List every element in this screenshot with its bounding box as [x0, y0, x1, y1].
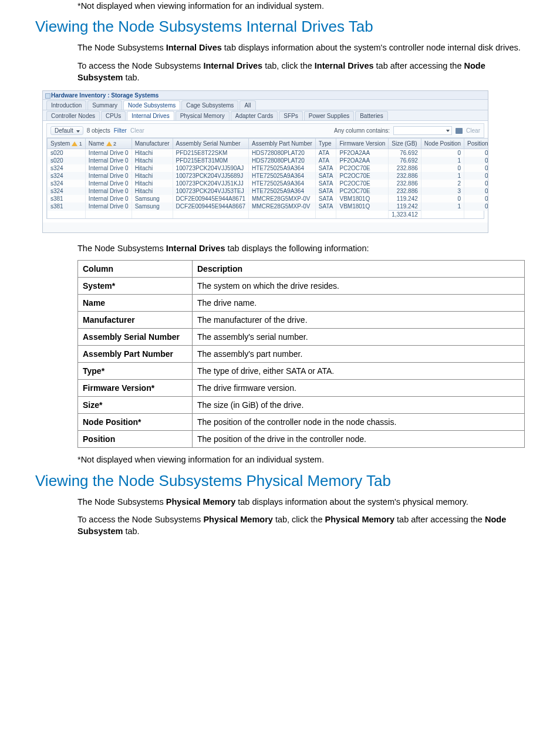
table-row[interactable]: s381Internal Drive 0SamsungDCF2E009445E9…: [48, 195, 489, 202]
cell: 0: [421, 149, 464, 157]
grid-col-manufacturer[interactable]: Manufacturer: [131, 139, 173, 149]
grid-col-assembly-serial-number[interactable]: Assembly Serial Number: [173, 139, 248, 149]
table-row[interactable]: s324Internal Drive 0Hitachi100723PCK204V…: [48, 180, 489, 187]
doc-col-name: System*: [78, 278, 193, 295]
tab-cage-subsystems[interactable]: Cage Subsystems: [181, 100, 238, 110]
cell: 100723PCK204VJJ590AJ: [173, 164, 248, 172]
cell: MMCRE28G5MXP-0V: [249, 195, 316, 202]
cell: s020: [48, 149, 86, 157]
text: tab displays information about the syste…: [235, 497, 468, 507]
cell: 100723PCK204VJJ53TEJ: [173, 187, 248, 195]
tab-adapter-cards[interactable]: Adapter Cards: [231, 111, 278, 120]
table-row[interactable]: s381Internal Drive 0SamsungDCF2E009445E9…: [48, 202, 489, 211]
cell: Hitachi: [131, 164, 173, 172]
tab-summary[interactable]: Summary: [87, 100, 122, 110]
clear-link-2[interactable]: Clear: [466, 127, 480, 134]
grid-col-firmware-version[interactable]: Firmware Version: [336, 139, 389, 149]
cell: Samsung: [131, 195, 173, 202]
memory-para-1: The Node Subsystems Physical Memory tab …: [77, 496, 525, 508]
text: To access the Node Subsystems: [77, 61, 203, 70]
heading-physical-memory: Viewing the Node Subsystems Physical Mem…: [35, 472, 525, 490]
cell: VBM1801Q: [336, 195, 389, 202]
heading-internal-drives: Viewing the Node Subsystems Internal Dri…: [35, 18, 525, 36]
text-bold: Internal Drives: [315, 61, 374, 70]
grid-col-name[interactable]: Name 2: [85, 139, 131, 149]
table-row[interactable]: s324Internal Drive 0Hitachi100723PCK204V…: [48, 164, 489, 172]
any-column-select[interactable]: [393, 126, 452, 135]
cell: Internal Drive 0: [85, 172, 131, 180]
text-bold: Internal Drives: [203, 61, 262, 70]
after-screenshot-para: The Node Subsystems Internal Drives tab …: [77, 242, 525, 254]
cell: Samsung: [131, 202, 173, 211]
grid-col-position[interactable]: Position: [464, 139, 488, 149]
default-button[interactable]: Default: [50, 126, 83, 135]
grid-col-system[interactable]: System 1: [48, 139, 86, 149]
tab-introduction[interactable]: Introduction: [46, 100, 86, 110]
cell: 232.886: [389, 180, 421, 187]
table-row: NameThe drive name.: [78, 295, 525, 312]
tab-physical-memory[interactable]: Physical Memory: [176, 111, 230, 120]
tab-row-top: IntroductionSummaryNode SubsystemsCage S…: [43, 100, 488, 110]
table-row[interactable]: s324Internal Drive 0Hitachi100723PCK204V…: [48, 187, 489, 195]
table-row[interactable]: s020Internal Drive 0HitachiPFD215E8T31M0…: [48, 157, 489, 164]
grid-col-node-position[interactable]: Node Position: [421, 139, 464, 149]
cell: 0: [421, 195, 464, 202]
cell: Hitachi: [131, 187, 173, 195]
table-row: Assembly Part NumberThe assembly's part …: [78, 346, 525, 363]
cell: SATA: [315, 172, 336, 180]
grid-header-row: System 1Name 2ManufacturerAssembly Seria…: [48, 139, 489, 149]
cell: 0: [464, 157, 488, 164]
cell: 0: [464, 202, 488, 211]
cell: 0: [464, 164, 488, 172]
doc-col-name: Name: [78, 295, 193, 312]
cell: 100723PCK204VJJ5689J: [173, 172, 248, 180]
cell: 2: [421, 180, 464, 187]
text-bold: Physical Memory: [203, 515, 272, 524]
doc-col-desc: The position of the controller node in t…: [193, 414, 525, 431]
clear-link[interactable]: Clear: [130, 127, 144, 134]
text-bold: Internal Dives: [166, 43, 222, 52]
cell: DCF2E009445E944A8667: [173, 202, 248, 211]
cell: 232.886: [389, 172, 421, 180]
tab-internal-drives[interactable]: Internal Drives: [127, 111, 174, 120]
cell: PC2OC70E: [336, 164, 389, 172]
tab-power-supplies[interactable]: Power Supplies: [304, 111, 354, 120]
grid-col-size-gb-[interactable]: Size (GB): [389, 139, 421, 149]
cell: SATA: [315, 180, 336, 187]
tab-node-subsystems[interactable]: Node Subsystems: [123, 100, 180, 110]
cell: 0: [421, 164, 464, 172]
cell: Hitachi: [131, 180, 173, 187]
tab-controller-nodes[interactable]: Controller Nodes: [46, 111, 100, 120]
table-row: Firmware Version*The drive firmware vers…: [78, 380, 525, 397]
filter-link[interactable]: Filter: [114, 127, 127, 134]
cell: VBM1801Q: [336, 202, 389, 211]
cell: PC2OC70E: [336, 180, 389, 187]
cell: Internal Drive 0: [85, 202, 131, 211]
doc-col-desc: The size (in GiB) of the drive.: [193, 397, 525, 414]
grid-col-assembly-part-number[interactable]: Assembly Part Number: [249, 139, 316, 149]
cell: Internal Drive 0: [85, 149, 131, 157]
tab-row-sub: Controller NodesCPUsInternal DrivesPhysi…: [43, 110, 488, 121]
cell: 1: [421, 172, 464, 180]
table-row: PositionThe position of the drive in the…: [78, 431, 525, 448]
cell: 0: [464, 180, 488, 187]
tab-batteries[interactable]: Batteries: [355, 111, 387, 120]
doc-col-name: Assembly Part Number: [78, 346, 193, 363]
doc-col-desc: The manufacturer of the drive.: [193, 312, 525, 329]
text: tab, click the: [273, 515, 325, 524]
tab-all[interactable]: All: [239, 100, 255, 110]
screenshot-hardware-inventory: Hardware Inventory : Storage Systems Int…: [42, 90, 488, 233]
text: tab after accessing the: [374, 61, 464, 70]
any-column-label: Any column contains:: [334, 127, 390, 134]
cell: PF2OA2AA: [336, 149, 389, 157]
table-row[interactable]: s020Internal Drive 0HitachiPFD215E8T22SK…: [48, 149, 489, 157]
object-count: 8 objects: [87, 127, 110, 134]
tab-cpus[interactable]: CPUs: [101, 111, 126, 120]
cell: PF2OA2AA: [336, 157, 389, 164]
table-row[interactable]: s324Internal Drive 0Hitachi100723PCK204V…: [48, 172, 489, 180]
export-icon[interactable]: [456, 128, 463, 134]
tab-sfps[interactable]: SFPs: [279, 111, 302, 120]
text: tab displays information about the syste…: [222, 43, 521, 52]
drives-para-2: To access the Node Subsystems Internal D…: [77, 60, 525, 84]
grid-col-type[interactable]: Type: [315, 139, 336, 149]
